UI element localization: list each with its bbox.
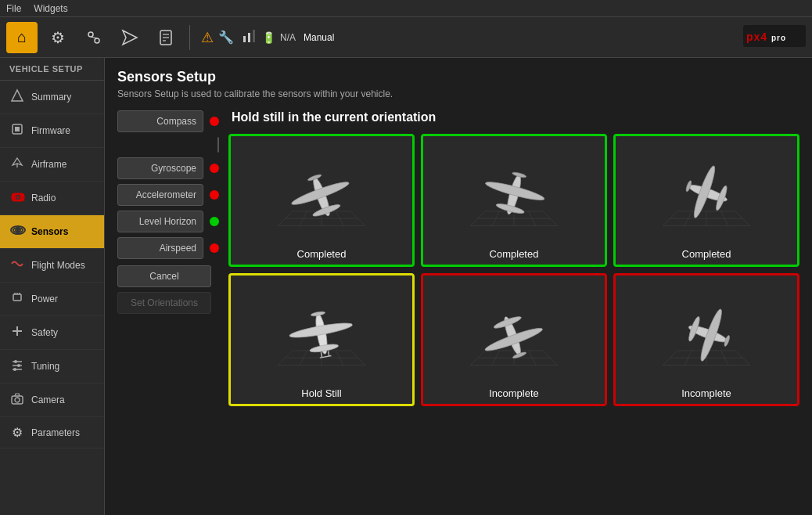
orientation-cell-1: Completed (228, 134, 415, 267)
firmware-icon (9, 122, 25, 139)
battery-icon: 🔋 (262, 31, 275, 44)
orientation-cell-3: Completed (613, 134, 799, 267)
sidebar-item-sensors[interactable]: Sensors (0, 215, 104, 249)
gyroscope-row: Gyroscope (117, 157, 219, 179)
toolbar-status: ⚠ 🔧 🔋 N/A Manual (201, 28, 334, 46)
aircraft-1 (231, 149, 412, 251)
orientation-instruction: Hold still in the current orientation (232, 110, 799, 124)
orientation-grid: Completed (228, 134, 799, 406)
sensors-icon (9, 223, 25, 240)
accelerometer-row: Accelerometer (117, 184, 219, 206)
parameters-label: Parameters (31, 427, 80, 438)
sensors-main: Hold still in the current orientation (228, 110, 799, 406)
cell-4-label: Hold Still (301, 387, 341, 399)
svg-rect-9 (248, 33, 250, 42)
aircraft-5 (423, 289, 605, 391)
sidebar-item-summary[interactable]: Summary (0, 81, 104, 114)
tuning-label: Tuning (31, 361, 59, 372)
sidebar-item-flight-modes[interactable]: Flight Modes (0, 249, 104, 283)
cancel-button[interactable]: Cancel (117, 265, 211, 287)
svg-rect-25 (13, 294, 21, 301)
sensors-label: Sensors (31, 226, 68, 237)
summary-icon (9, 88, 25, 106)
settings-icon[interactable]: ⚙ (42, 22, 74, 53)
sidebar-header: Vehicle Setup (0, 58, 104, 81)
sidebar-item-safety[interactable]: Safety (0, 316, 104, 350)
menu-widgets[interactable]: Widgets (34, 3, 67, 14)
home-icon[interactable]: ⌂ (6, 22, 38, 53)
svg-point-20 (17, 196, 20, 199)
svg-line-87 (321, 352, 322, 357)
radio-label: Radio (31, 193, 56, 203)
airspeed-indicator (210, 243, 219, 253)
toolbar-divider (189, 25, 190, 50)
aircraft-6 (616, 289, 797, 391)
warning-icon: ⚠ (201, 29, 214, 46)
camera-icon (9, 391, 25, 409)
aircraft-2 (423, 149, 605, 251)
svg-marker-3 (123, 31, 137, 45)
gyroscope-button[interactable]: Gyroscope (117, 157, 203, 179)
compass-button[interactable]: Compass (117, 110, 203, 132)
send-icon[interactable] (114, 22, 146, 53)
wrench-icon: 🔧 (218, 30, 234, 45)
cell-6-label: Incomplete (681, 387, 731, 399)
sidebar-item-radio[interactable]: Radio (0, 182, 104, 215)
power-label: Power (31, 294, 58, 304)
gyroscope-indicator (210, 164, 219, 173)
compass-progress-bar (217, 137, 219, 153)
action-buttons: Cancel Set Orientations (117, 265, 219, 319)
battery-na: N/A (280, 32, 296, 43)
level-horizon-button[interactable]: Level Horizon (117, 211, 203, 232)
sidebar-item-tuning[interactable]: Tuning (0, 350, 104, 384)
svg-point-32 (14, 360, 17, 363)
airspeed-button[interactable]: Airspeed (117, 237, 203, 259)
page-description: Sensors Setup is used to calibrate the s… (117, 88, 799, 99)
sidebar-item-power[interactable]: Power (0, 283, 104, 316)
sensors-controls: Compass Gyroscope Accelerome (117, 110, 219, 406)
cell-2-label: Completed (490, 248, 539, 260)
main-layout: Vehicle Setup Summary Firmware (0, 58, 812, 515)
aircraft-4 (231, 289, 412, 391)
safety-icon (9, 324, 25, 341)
level-horizon-indicator (210, 217, 219, 226)
summary-label: Summary (31, 92, 71, 103)
page-title: Sensors Setup (117, 69, 799, 85)
accelerometer-button[interactable]: Accelerometer (117, 184, 203, 206)
sidebar-item-camera[interactable]: Camera (0, 384, 104, 417)
waypoints-icon[interactable] (78, 22, 110, 53)
aircraft-3 (616, 149, 797, 251)
brand-logo: px4 pro (743, 25, 806, 49)
svg-line-2 (91, 37, 97, 38)
svg-point-0 (88, 32, 93, 37)
menu-file[interactable]: File (6, 3, 21, 14)
flight-modes-label: Flight Modes (31, 260, 85, 271)
cell-5-label: Incomplete (489, 387, 539, 399)
log-icon[interactable] (150, 22, 181, 53)
set-orientations-button[interactable]: Set Orientations (117, 292, 211, 314)
firmware-label: Firmware (31, 125, 70, 136)
menu-bar: File Widgets (0, 0, 812, 17)
sidebar-item-firmware[interactable]: Firmware (0, 114, 104, 148)
orientation-cell-4: Hold Still (228, 273, 415, 406)
airframe-label: Airframe (31, 159, 66, 170)
level-horizon-row: Level Horizon (117, 211, 219, 232)
sidebar-item-airframe[interactable]: Airframe (0, 148, 104, 182)
signal-icon (242, 28, 257, 46)
svg-line-88 (329, 351, 329, 356)
accelerometer-indicator (210, 190, 219, 200)
airframe-icon (9, 156, 25, 173)
cell-3-label: Completed (682, 248, 731, 260)
safety-label: Safety (31, 327, 58, 338)
orientation-cell-6: Incomplete (613, 273, 799, 406)
content-area: Sensors Setup Sensors Setup is used to c… (105, 58, 812, 515)
svg-point-34 (17, 364, 20, 367)
sidebar-item-parameters[interactable]: ⚙ Parameters (0, 417, 104, 448)
flight-mode: Manual (304, 32, 334, 43)
radio-icon (9, 189, 25, 207)
svg-rect-16 (15, 127, 20, 131)
compass-row: Compass (117, 110, 219, 132)
svg-rect-8 (243, 36, 246, 42)
sidebar: Vehicle Setup Summary Firmware (0, 58, 105, 515)
orientation-cell-2: Completed (421, 134, 607, 267)
